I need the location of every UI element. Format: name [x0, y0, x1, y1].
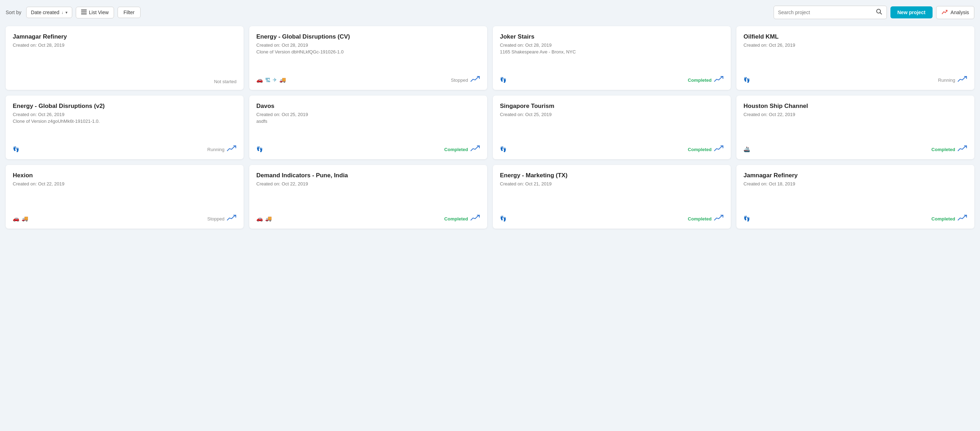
project-card[interactable]: Hexion Created on: Oct 22, 2019 🚗🚚 Stopp…: [6, 165, 243, 228]
car-icon: 🚗: [256, 216, 263, 222]
project-card[interactable]: Singapore Tourism Created on: Oct 25, 20…: [493, 95, 731, 159]
building-icon: 🏗: [265, 77, 270, 83]
card-title: Jamnagar Refinery: [13, 33, 237, 40]
card-sub: Clone of Version dbHNLkfQGc-191026-1.0: [256, 49, 480, 54]
card-sub: asdfs: [256, 119, 480, 124]
truck-icon: 🚚: [279, 77, 286, 83]
card-footer: 👣 Completed: [743, 210, 967, 223]
card-icons: 👣: [13, 146, 19, 152]
card-status-area: Completed: [688, 145, 724, 154]
card-icons: 🚗🚚: [256, 216, 272, 222]
project-card[interactable]: Energy - Global Disruptions (v2) Created…: [6, 95, 243, 159]
card-title: Hexion: [13, 172, 237, 179]
project-card[interactable]: Energy - Marketing (TX) Created on: Oct …: [493, 165, 731, 228]
project-card[interactable]: Jamnagar Refinery Created on: Oct 28, 20…: [6, 26, 243, 90]
card-footer: 👣 Running: [13, 141, 237, 154]
card-created: Created on: Oct 28, 2019: [500, 43, 724, 48]
status-badge: Completed: [444, 147, 468, 152]
project-card[interactable]: Energy - Global Disruptions (CV) Created…: [249, 26, 487, 90]
truck-icon: 🚚: [22, 216, 28, 222]
card-footer: 🚢 Completed: [743, 141, 967, 154]
status-badge: Running: [207, 147, 224, 152]
status-badge: Stopped: [207, 216, 224, 222]
status-badge: Completed: [688, 78, 712, 83]
trend-chart-icon: [714, 76, 724, 84]
card-created: Created on: Oct 28, 2019: [256, 43, 480, 48]
card-status-area: Completed: [444, 145, 480, 154]
trend-chart-icon: [714, 214, 724, 223]
project-card[interactable]: Demand Indicators - Pune, India Created …: [249, 165, 487, 228]
status-badge: Completed: [688, 216, 712, 222]
project-card[interactable]: Davos Created on: Oct 25, 2019 asdfs 👣 C…: [249, 95, 487, 159]
new-project-button[interactable]: New project: [891, 6, 932, 18]
card-created: Created on: Oct 25, 2019: [500, 112, 724, 117]
card-status-area: Completed: [444, 214, 480, 223]
card-title: Energy - Global Disruptions (v2): [13, 103, 237, 110]
card-footer: 👣 Completed: [500, 141, 724, 154]
card-created: Created on: Oct 26, 2019: [743, 43, 967, 48]
walk-icon: 👣: [743, 77, 750, 83]
card-created: Created on: Oct 22, 2019: [13, 181, 237, 187]
filter-button[interactable]: Filter: [118, 7, 140, 18]
status-badge: Completed: [688, 147, 712, 152]
car-icon: 🚗: [13, 216, 19, 222]
card-icons: 👣: [256, 146, 263, 152]
search-input[interactable]: [778, 10, 873, 15]
svg-line-4: [880, 13, 881, 14]
trend-chart-icon: [714, 145, 724, 154]
truck-icon: 🚚: [265, 216, 272, 222]
walk-icon: 👣: [500, 216, 507, 222]
card-footer: 👣 Completed: [256, 141, 480, 154]
card-icons: 🚗🚚: [13, 216, 28, 222]
search-box: [773, 6, 887, 19]
trend-chart-icon: [957, 214, 967, 223]
card-created: Created on: Oct 18, 2019: [743, 181, 967, 187]
search-icon: [876, 8, 882, 16]
card-icons: 🚗🏗✈🚚: [256, 77, 286, 83]
card-footer: Not started: [13, 74, 237, 84]
card-footer: 👣 Running: [743, 71, 967, 84]
card-created: Created on: Oct 21, 2019: [500, 181, 724, 187]
card-title: Davos: [256, 103, 480, 110]
project-card[interactable]: Houston Ship Channel Created on: Oct 22,…: [737, 95, 974, 159]
sort-direction-icon: ↓: [62, 10, 64, 14]
card-status-area: Stopped: [451, 76, 480, 84]
card-status-area: Completed: [688, 214, 724, 223]
card-title: Joker Stairs: [500, 33, 724, 40]
projects-grid: Jamnagar Refinery Created on: Oct 28, 20…: [6, 26, 974, 228]
status-badge: Running: [938, 78, 955, 83]
chevron-down-icon: ▾: [65, 10, 68, 15]
walk-icon: 👣: [256, 146, 263, 152]
card-created: Created on: Oct 28, 2019: [13, 43, 237, 48]
list-view-label: List View: [89, 10, 109, 15]
card-title: Oilfield KML: [743, 33, 967, 40]
project-card[interactable]: Joker Stairs Created on: Oct 28, 2019 11…: [493, 26, 731, 90]
svg-rect-2: [81, 13, 87, 14]
card-status-area: Completed: [688, 76, 724, 84]
trend-chart-icon: [957, 145, 967, 154]
trend-chart-icon: [470, 214, 480, 223]
list-view-button[interactable]: List View: [76, 7, 114, 18]
sort-dropdown[interactable]: Date created ↓ ▾: [26, 7, 72, 18]
card-footer: 🚗🚚 Stopped: [13, 210, 237, 223]
trend-chart-icon: [470, 145, 480, 154]
analysis-button[interactable]: Analysis: [936, 6, 974, 19]
card-status-area: Completed: [932, 214, 967, 223]
walk-icon: 👣: [500, 77, 507, 83]
card-title: Demand Indicators - Pune, India: [256, 172, 480, 179]
trend-chart-icon: [470, 76, 480, 84]
svg-rect-0: [81, 10, 87, 11]
project-card[interactable]: Oilfield KML Created on: Oct 26, 2019 👣 …: [737, 26, 974, 90]
card-status-area: Not started: [214, 79, 237, 84]
car-icon: 🚗: [256, 77, 263, 83]
card-sub: Clone of Version z4goUhMk6t-191021-1.0.: [13, 119, 237, 124]
sort-label: Sort by: [6, 10, 21, 15]
project-card[interactable]: Jamnagar Refinery Created on: Oct 18, 20…: [737, 165, 974, 228]
card-footer: 👣 Completed: [500, 210, 724, 223]
card-sub: 1165 Shakespeare Ave - Bronx, NYC: [500, 49, 724, 54]
card-status-area: Stopped: [207, 214, 237, 223]
analysis-label: Analysis: [951, 10, 969, 15]
card-created: Created on: Oct 22, 2019: [743, 112, 967, 117]
card-created: Created on: Oct 26, 2019: [13, 112, 237, 117]
walk-icon: 👣: [500, 146, 507, 152]
